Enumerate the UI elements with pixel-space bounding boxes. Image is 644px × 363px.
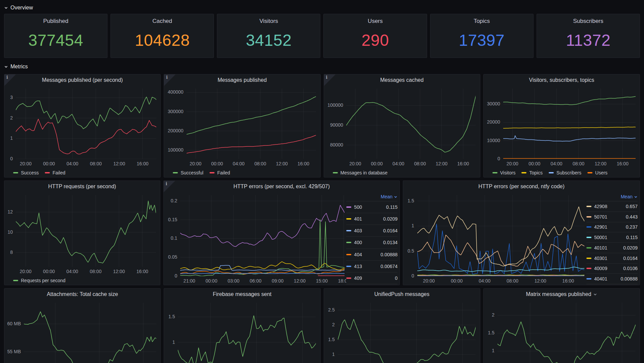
- chart-canvas[interactable]: [417, 195, 585, 276]
- legend-label: 404: [354, 252, 362, 257]
- legend-row-50001[interactable]: 500010.115: [586, 232, 638, 243]
- legend-row-400[interactable]: 4000.0134: [346, 237, 397, 249]
- chart-canvas[interactable]: [24, 303, 156, 363]
- legend-row-40401[interactable]: 404010.00888: [586, 274, 638, 284]
- series-line-total-cache-size: [24, 312, 156, 363]
- legend-row-40301[interactable]: 403010.0164: [586, 253, 638, 264]
- legend-row-403[interactable]: 4030.0164: [346, 225, 397, 237]
- panel-title-row: UnifiedPush messages: [324, 289, 480, 300]
- legend-mean-value: 0.0209: [623, 245, 638, 251]
- legend-swatch: [586, 237, 591, 238]
- section-metrics-toggle[interactable]: Metrics: [4, 64, 640, 70]
- legend-item-users[interactable]: Users: [587, 170, 608, 175]
- panel-unifiedpush-messages: UnifiedPush messages11.522.500:0008:0016…: [324, 288, 480, 363]
- metrics-row-2: HTTP requests (per second)8101220:0000:0…: [4, 180, 640, 285]
- y-axis-label: 100000: [324, 102, 343, 108]
- legend-label: Messages in database: [341, 170, 388, 175]
- legend-row-40009[interactable]: 400090.0106: [586, 264, 638, 274]
- legend-label: Topics: [529, 170, 543, 175]
- legend-item-success[interactable]: Success: [13, 170, 39, 175]
- panel-title: Messages cached: [380, 77, 424, 83]
- legend-item-visitors[interactable]: Visitors: [492, 170, 516, 175]
- legend-item-subscribers[interactable]: Subscribers: [549, 170, 581, 175]
- chevron-down-icon[interactable]: [593, 292, 597, 296]
- panel-title[interactable]: Matrix messages published: [526, 291, 591, 297]
- legend-label: 42901: [594, 224, 607, 230]
- y-axis-label: 0: [484, 156, 500, 161]
- legend-row-409[interactable]: 4090: [346, 272, 397, 284]
- chart-canvas[interactable]: [187, 89, 316, 159]
- legend-item-successful[interactable]: Successful: [173, 170, 203, 175]
- legend-table: Mean5000.1154010.02094030.01644000.01344…: [346, 192, 397, 284]
- legend: SuccessFailed: [13, 170, 65, 175]
- legend-label: 40301: [594, 256, 607, 261]
- legend-label: Requests per second: [21, 278, 65, 283]
- stat-value: 11372: [537, 25, 640, 58]
- section-overview-toggle[interactable]: Overview: [4, 5, 640, 11]
- y-axis-label: 0.5: [403, 248, 414, 254]
- legend-row-50701[interactable]: 507010.443: [586, 212, 638, 222]
- series-line-400: [180, 220, 344, 276]
- stat-title: Users: [324, 18, 426, 25]
- legend-row-42908[interactable]: 429080.657: [586, 201, 638, 212]
- legend-item-requests-per-second[interactable]: Requests per second: [13, 278, 65, 283]
- chart-canvas[interactable]: [497, 303, 636, 363]
- chevron-down-icon: [4, 65, 8, 69]
- stat-panel-subscribers: Subscribers11372: [537, 14, 640, 58]
- chevron-down-icon: [394, 195, 397, 199]
- stat-panel-cached: Cached104628: [110, 14, 214, 58]
- chart-canvas[interactable]: [338, 303, 476, 363]
- legend-row-404[interactable]: 4040.00888: [346, 249, 397, 261]
- stat-title: Published: [4, 18, 107, 25]
- legend-swatch: [210, 172, 215, 173]
- legend-mean-sort-header[interactable]: Mean: [346, 192, 397, 201]
- x-axis-label: 09:00: [272, 278, 284, 284]
- legend-item-failed[interactable]: Failed: [210, 170, 230, 175]
- legend-row-500[interactable]: 5000.115: [346, 201, 397, 213]
- chart-canvas[interactable]: [180, 195, 344, 276]
- legend-label: 40101: [594, 245, 607, 251]
- legend-item-topics[interactable]: Topics: [521, 170, 543, 175]
- y-axis-label: 8: [4, 250, 13, 255]
- legend-row-40101[interactable]: 401010.0209: [586, 243, 638, 253]
- legend-item-messages-in-database[interactable]: Messages in database: [333, 170, 388, 175]
- x-axis-label: 04:00: [66, 269, 78, 274]
- x-axis-label: 08:00: [507, 278, 518, 284]
- legend-row-42901[interactable]: 429010.237: [586, 222, 638, 233]
- y-axis-label: 2: [324, 322, 335, 327]
- legend-mean-value: 0.00888: [620, 276, 638, 282]
- x-axis-label: 00:00: [371, 161, 383, 166]
- chart-canvas[interactable]: [503, 89, 636, 159]
- legend-swatch: [346, 266, 351, 267]
- legend-row-401[interactable]: 4010.0209: [346, 213, 397, 225]
- legend-mean-value: 0.443: [626, 214, 638, 220]
- chart-canvas[interactable]: [178, 303, 316, 363]
- x-axis-label: 20:00: [20, 269, 32, 274]
- legend-swatch: [521, 172, 526, 173]
- legend-label: Failed: [217, 170, 230, 175]
- legend-item-failed[interactable]: Failed: [45, 170, 65, 175]
- panel-title-row: Matrix messages published: [484, 289, 640, 300]
- panel-title-row: Messages published: [164, 74, 320, 86]
- legend-mean-sort-header[interactable]: Mean: [586, 192, 638, 201]
- chart-canvas[interactable]: [346, 89, 476, 159]
- y-axis-label: 2: [4, 115, 13, 121]
- panel-body: 11.522.500:0008:0016:00: [324, 300, 480, 363]
- legend-label: 40401: [594, 276, 607, 282]
- y-axis-label: 0.2: [164, 198, 178, 203]
- y-axis-label: 1: [4, 135, 13, 141]
- legend-swatch: [346, 218, 351, 220]
- x-axis-label: 00:00: [43, 269, 55, 274]
- stat-value: 377454: [4, 25, 107, 58]
- legend-row-413[interactable]: 4130.00674: [346, 261, 397, 272]
- chart-canvas[interactable]: [16, 89, 156, 159]
- x-axis-label: 12:00: [535, 278, 546, 284]
- series-line-50701: [417, 235, 585, 266]
- panel-body: 800009000010000020:0000:0004:0008:0012:0…: [324, 86, 480, 177]
- chart-canvas[interactable]: [16, 195, 156, 267]
- legend-swatch: [587, 172, 592, 173]
- legend-label: 400: [354, 240, 362, 245]
- legend-swatch: [333, 172, 338, 173]
- legend-mean-value: 0.00674: [381, 264, 398, 269]
- panel-title-row: Visitors, subscribers, topics: [484, 74, 640, 86]
